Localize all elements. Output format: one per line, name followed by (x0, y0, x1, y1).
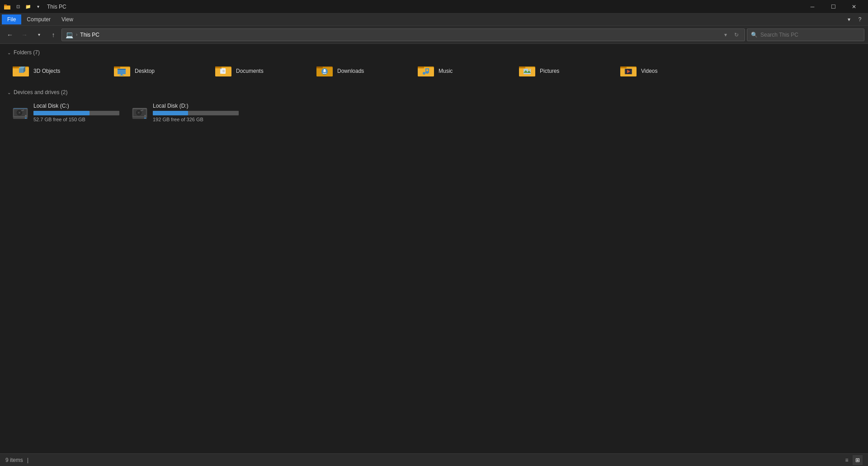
svg-point-64 (19, 112, 20, 113)
svg-point-61 (25, 115, 27, 117)
recent-locations-btn[interactable]: ▾ (33, 29, 45, 41)
svg-rect-5 (13, 67, 19, 68)
svg-point-35 (423, 72, 425, 75)
drive-d-bar-fill (153, 111, 188, 115)
folder-downloads[interactable]: Downloads (311, 60, 410, 82)
folder-documents-icon (214, 63, 232, 79)
svg-rect-39 (428, 68, 429, 73)
details-view-btn[interactable]: ≡ (842, 455, 852, 465)
folder-videos-label: Videos (641, 68, 657, 74)
main-content: ⌄ Folders (7) 3D Objects (0, 44, 868, 454)
search-input[interactable] (760, 32, 860, 38)
folder-videos[interactable]: Videos (615, 60, 714, 82)
qat-new-folder-btn[interactable]: 📁 (24, 2, 33, 11)
title-bar: ⊡ 📁 ▾ This PC ─ ☐ ✕ (0, 0, 868, 14)
close-button[interactable]: ✕ (844, 0, 864, 14)
svg-rect-6 (19, 68, 24, 73)
svg-rect-34 (418, 67, 424, 68)
folders-chevron[interactable]: ⌄ (7, 50, 11, 55)
qat-properties-btn[interactable]: ⊡ (14, 2, 23, 11)
address-separator: › (76, 32, 77, 37)
folder-downloads-icon (316, 63, 334, 79)
drive-c-item[interactable]: Local Disk (C:) 52.7 GB free of 150 GB (7, 100, 125, 125)
drive-c-bar-bg (33, 111, 119, 115)
drive-d-name: Local Disk (D:) (153, 103, 240, 109)
folder-music-label: Music (439, 68, 453, 74)
svg-rect-18 (215, 67, 222, 68)
svg-point-75 (138, 112, 140, 113)
drive-c-size: 52.7 GB free of 150 GB (33, 117, 120, 122)
svg-rect-27 (316, 67, 323, 68)
qat-dropdown-btn[interactable]: ▾ (33, 2, 42, 11)
navigation-bar: ← → ▾ ↑ 💻 › This PC ▾ ↻ 🔍 (0, 26, 868, 44)
drive-d-icon (131, 104, 149, 122)
tab-view[interactable]: View (56, 14, 79, 24)
address-refresh-btn[interactable]: ↻ (732, 30, 741, 39)
window-controls: ─ ☐ ✕ (802, 0, 864, 14)
address-bar-right: ▾ ↻ (721, 30, 741, 39)
address-dropdown-btn[interactable]: ▾ (721, 30, 730, 39)
search-bar[interactable]: 🔍 (747, 29, 864, 41)
drive-d-item[interactable]: Local Disk (D:) 192 GB free of 326 GB (127, 100, 244, 125)
svg-point-46 (528, 69, 530, 71)
address-bar[interactable]: 💻 › This PC ▾ ↻ (61, 29, 745, 41)
folder-pictures-icon (518, 63, 536, 79)
quick-access-toolbar: ⊡ 📁 ▾ (14, 2, 42, 11)
svg-rect-56 (631, 72, 632, 74)
folder-pictures[interactable]: Pictures (514, 60, 613, 82)
drive-d-size: 192 GB free of 326 GB (153, 117, 240, 122)
svg-rect-52 (625, 71, 626, 72)
ribbon: File Computer View ▾ ? (0, 14, 868, 26)
svg-rect-42 (519, 67, 525, 68)
folders-section-title: Folders (7) (14, 49, 40, 56)
drives-grid: Local Disk (C:) 52.7 GB free of 150 GB (7, 100, 861, 125)
svg-rect-38 (425, 68, 429, 69)
folder-pictures-label: Pictures (540, 68, 559, 74)
drives-chevron[interactable]: ⌄ (7, 90, 11, 95)
folder-music[interactable]: Music (412, 60, 512, 82)
svg-rect-55 (631, 71, 632, 72)
restore-button[interactable]: ☐ (823, 0, 844, 14)
search-icon: 🔍 (751, 32, 758, 38)
ribbon-tabs-left: File Computer View (2, 14, 79, 24)
up-button[interactable]: ↑ (47, 29, 60, 41)
svg-rect-68 (13, 108, 28, 109)
svg-rect-15 (119, 75, 124, 76)
svg-rect-79 (132, 108, 147, 109)
svg-rect-2 (4, 5, 7, 6)
folder-3d-objects[interactable]: 3D Objects (7, 60, 107, 82)
title-bar-left: ⊡ 📁 ▾ This PC (4, 2, 66, 11)
status-text-area: 9 items | (5, 457, 31, 463)
status-view-toggles: ≡ ⊞ (842, 455, 863, 465)
ribbon-collapse-btn[interactable]: ▾ (844, 15, 854, 24)
svg-rect-53 (625, 72, 626, 74)
address-location: This PC (80, 32, 99, 38)
tab-file[interactable]: File (2, 14, 21, 24)
drives-section-title: Devices and drives (2) (14, 89, 67, 95)
drive-c-name: Local Disk (C:) (33, 103, 120, 109)
large-icons-view-btn[interactable]: ⊞ (853, 455, 863, 465)
folder-desktop-label: Desktop (135, 68, 155, 74)
svg-rect-31 (323, 73, 326, 74)
minimize-button[interactable]: ─ (802, 0, 823, 14)
drive-c-icon (12, 104, 30, 122)
svg-rect-51 (625, 69, 626, 70)
svg-rect-11 (114, 67, 120, 68)
address-pc-icon: 💻 (66, 31, 73, 38)
svg-point-72 (144, 115, 146, 117)
folder-3d-objects-label: 3D Objects (33, 68, 60, 74)
folder-documents-label: Documents (236, 68, 264, 74)
svg-rect-30 (324, 69, 326, 72)
window-title: This PC (47, 4, 66, 10)
folder-desktop[interactable]: Desktop (108, 60, 208, 82)
tab-computer[interactable]: Computer (21, 14, 56, 24)
svg-rect-78 (144, 118, 146, 119)
forward-button[interactable]: → (18, 29, 31, 41)
folder-documents[interactable]: Documents (210, 60, 309, 82)
ribbon-help-btn[interactable]: ? (855, 15, 864, 24)
back-button[interactable]: ← (4, 29, 16, 41)
status-separator: | (27, 457, 28, 463)
folders-grid: 3D Objects Desktop (7, 60, 861, 82)
drive-c-bar-fill (33, 111, 90, 115)
ribbon-right: ▾ ? (844, 15, 866, 24)
